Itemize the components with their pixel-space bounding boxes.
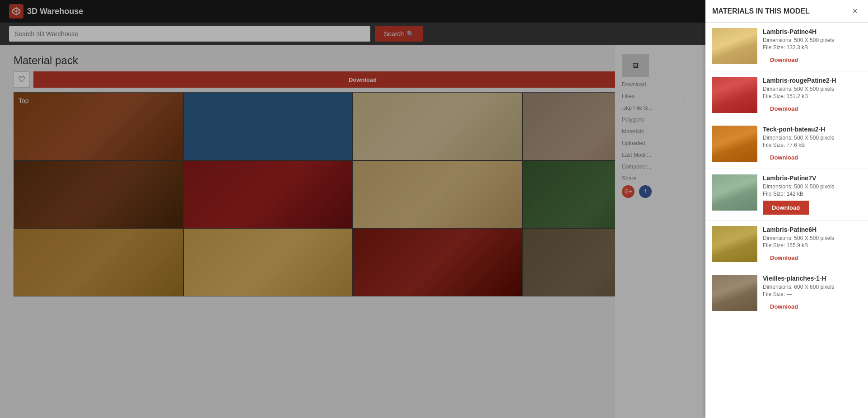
material-item-4: Lambris-Patine6HDimensions: 500 X 500 pi… (705, 221, 868, 269)
material-thumb-3 (712, 174, 757, 211)
material-name-4: Lambris-Patine6H (763, 226, 861, 233)
material-thumb-1 (712, 77, 757, 113)
material-dims-5: Dimensions: 600 X 600 pixels (763, 284, 861, 290)
overlay (0, 0, 705, 418)
material-name-3: Lambris-Patine7V (763, 174, 861, 182)
material-thumb-4 (712, 226, 757, 262)
material-dims-2: Dimensions: 500 X 500 pixels (763, 135, 861, 141)
material-dims-3: Dimensions: 500 X 500 pixels (763, 183, 861, 190)
materials-panel: MATERIALS IN THIS MODEL × Lambris-Patine… (705, 0, 868, 418)
material-size-1: File Size: 151.2 kB (763, 93, 861, 99)
material-size-3: File Size: 142 kB (763, 191, 861, 197)
material-name-0: Lambris-Patine4H (763, 28, 861, 35)
material-size-0: File Size: 133.3 kB (763, 44, 861, 51)
material-download-btn-2[interactable]: Download (763, 152, 805, 163)
materials-list: Lambris-Patine4HDimensions: 500 X 500 pi… (705, 23, 868, 418)
material-size-5: File Size: — (763, 291, 861, 297)
material-name-1: Lambris-rougePatine2-H (763, 77, 861, 84)
material-download-btn-5[interactable]: Download (763, 301, 805, 312)
material-item-1: Lambris-rougePatine2-HDimensions: 500 X … (705, 71, 868, 120)
material-size-2: File Size: 77.6 kB (763, 142, 861, 148)
close-button[interactable]: × (849, 5, 861, 18)
material-dims-1: Dimensions: 500 X 500 pixels (763, 86, 861, 92)
material-dims-4: Dimensions: 500 X 500 pixels (763, 235, 861, 241)
material-thumb-5 (712, 275, 757, 311)
material-download-btn-1[interactable]: Download (763, 103, 805, 114)
material-thumb-2 (712, 126, 757, 162)
material-download-btn-0[interactable]: Download (763, 54, 805, 66)
material-size-4: File Size: 155.9 kB (763, 242, 861, 249)
material-name-2: Teck-pont-bateau2-H (763, 126, 861, 133)
material-item-5: Vieilles-planches-1-HDimensions: 600 X 6… (705, 269, 868, 318)
material-download-btn-4[interactable]: Download (763, 252, 805, 263)
materials-header: MATERIALS IN THIS MODEL × (705, 0, 868, 23)
material-dims-0: Dimensions: 500 X 500 pixels (763, 37, 861, 43)
materials-title: MATERIALS IN THIS MODEL (712, 7, 849, 15)
material-download-btn-3[interactable]: Download (763, 201, 809, 215)
material-item-0: Lambris-Patine4HDimensions: 500 X 500 pi… (705, 23, 868, 71)
material-thumb-0 (712, 28, 757, 64)
material-item-2: Teck-pont-bateau2-HDimensions: 500 X 500… (705, 120, 868, 169)
material-item-3: Lambris-Patine7VDimensions: 500 X 500 pi… (705, 169, 868, 221)
material-name-5: Vieilles-planches-1-H (763, 275, 861, 282)
